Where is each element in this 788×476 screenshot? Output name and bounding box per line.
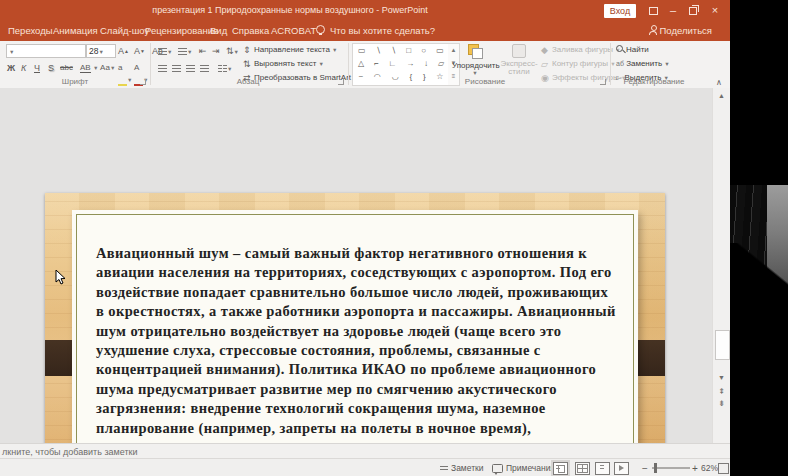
minimize-icon[interactable]: –: [664, 0, 682, 21]
bold-icon[interactable]: Ж: [7, 62, 15, 74]
font-name-combo[interactable]: ▼: [6, 44, 86, 58]
shape-outline-icon[interactable]: ▱: [541, 58, 548, 70]
shrink-font-icon[interactable]: А▼: [134, 45, 145, 57]
next-slide-icon[interactable]: ⇟: [713, 398, 730, 410]
reading-view-button[interactable]: [595, 462, 610, 475]
shapes-row-1: ▭∖∖□○▭: [353, 44, 449, 57]
drawing-dialog-launcher-icon[interactable]: [600, 79, 606, 85]
angle-shape-icon: ∟: [388, 59, 396, 68]
notes-icon: [440, 466, 448, 472]
shape-effects-icon[interactable]: ◉: [541, 72, 549, 84]
fit-to-window-icon[interactable]: [718, 463, 729, 474]
highlight-color-icon[interactable]: а▼: [118, 62, 132, 86]
slide-right-brown-block: [638, 340, 665, 376]
scrollbar-thumb[interactable]: [715, 330, 730, 360]
align-text-button[interactable]: Выровнять текст ▼: [254, 59, 324, 68]
align-center-icon[interactable]: [172, 62, 181, 74]
justify-icon[interactable]: [200, 62, 209, 74]
quick-styles-icon: [512, 44, 526, 58]
numbering-icon[interactable]: ▼: [178, 45, 192, 58]
share-button[interactable]: Поделиться: [649, 21, 712, 41]
ribbon-display-options-icon[interactable]: [644, 0, 662, 21]
line-spacing-icon[interactable]: ⇅▼: [226, 45, 239, 58]
tab-animations[interactable]: Анимация: [53, 21, 98, 41]
close-icon[interactable]: ×: [706, 0, 724, 21]
text-shadow-icon[interactable]: S: [48, 62, 54, 74]
shapes-gallery[interactable]: ▭∖∖□○▭ △⌐∟→↓▱ ~◠◡{}☆: [352, 43, 450, 86]
tab-review[interactable]: Рецензирование: [145, 21, 218, 41]
powerpoint-window: презентация 1 Природоохранные нормы возд…: [0, 0, 730, 476]
previous-slide-icon[interactable]: ⇞: [713, 386, 730, 398]
zoom-slider[interactable]: [652, 467, 690, 469]
brace-right-icon: }: [423, 72, 426, 81]
underline-icon[interactable]: Ч: [34, 62, 40, 74]
font-size-combo[interactable]: 28▼: [86, 44, 116, 58]
zoom-slider-thumb[interactable]: [654, 463, 657, 473]
shape-fill-icon[interactable]: ◆: [541, 44, 548, 56]
slide-workspace: Авиационный шум – самый важный фактор не…: [0, 88, 730, 443]
strikethrough-icon[interactable]: abc: [60, 62, 73, 74]
tab-slideshow[interactable]: Слайд-шоу: [100, 21, 149, 41]
rounded-rect-shape-icon: ▭: [436, 46, 444, 55]
slide-text-box[interactable]: Авиационный шум – самый важный фактор не…: [72, 210, 638, 476]
star-shape-icon: ☆: [436, 72, 443, 81]
tab-acrobat[interactable]: ACROBAT: [271, 21, 316, 41]
elbow-connector-icon: ⌐: [374, 59, 379, 68]
font-dialog-launcher-icon[interactable]: [140, 79, 146, 85]
sign-in-button[interactable]: Вход: [604, 4, 636, 18]
person-icon: [649, 25, 657, 34]
window-title: презентация 1 Природоохранные нормы возд…: [90, 5, 490, 15]
shape-outline-button[interactable]: Контур фигуры ▼: [552, 59, 616, 68]
replace-button[interactable]: аб Заменить ▼: [616, 59, 670, 68]
zoom-level[interactable]: 62%: [701, 463, 718, 473]
down-arrow-shape-icon: ↓: [424, 59, 428, 68]
arrow-line-shape-icon: ∖: [391, 46, 396, 55]
text-direction-button[interactable]: Направление текста ▼: [254, 45, 338, 54]
tab-help[interactable]: Справка: [232, 21, 269, 41]
tab-view[interactable]: Вид: [210, 21, 227, 41]
align-text-icon[interactable]: ⇅: [243, 58, 251, 70]
normal-view-button[interactable]: [553, 462, 568, 475]
align-right-icon[interactable]: [186, 62, 195, 74]
slideshow-view-button[interactable]: [614, 462, 629, 475]
arrange-button[interactable]: Упорядочить ▼: [452, 44, 498, 76]
magnifier-icon: [616, 45, 623, 52]
text-direction-icon[interactable]: ⇕: [243, 44, 251, 56]
notes-pane[interactable]: лкните, чтобы добавить заметки: [0, 443, 730, 459]
bullets-icon[interactable]: ▼: [158, 45, 172, 58]
arc2-shape-icon: ◡: [392, 72, 399, 81]
curve-shape-icon: ~: [358, 72, 363, 81]
change-case-icon[interactable]: Аа▼: [100, 62, 115, 74]
screen-black-column: [730, 0, 788, 476]
columns-icon[interactable]: ▼: [218, 62, 232, 75]
webcam-silhouette: [730, 243, 788, 290]
slide-canvas[interactable]: Авиационный шум – самый важный фактор не…: [45, 193, 665, 476]
ribbon: ▼ 28▼ А▲ А▼ Ав Ж К Ч S abc АВ ▼ Аа▼ а▼ А…: [0, 41, 730, 89]
notes-toggle-button[interactable]: Заметки: [440, 463, 484, 473]
notes-placeholder: лкните, чтобы добавить заметки: [2, 447, 138, 457]
zoom-in-icon[interactable]: +: [692, 463, 698, 474]
quick-styles-button[interactable]: Экспресс-стили: [500, 44, 538, 76]
scroll-down-icon[interactable]: ▼: [713, 372, 730, 384]
increase-indent-icon[interactable]: ⇥: [212, 45, 220, 57]
character-spacing-icon[interactable]: АВ ▼: [80, 62, 98, 74]
lightbulb-icon: [316, 21, 325, 41]
speech-bubble-icon: [492, 464, 503, 473]
grow-font-icon[interactable]: А▲: [118, 45, 129, 57]
scroll-up-icon[interactable]: ▲: [713, 90, 730, 102]
vertical-scrollbar[interactable]: ▲ ▼ ⇞ ⇟: [712, 88, 730, 443]
editing-group-label: Редактирование: [614, 77, 694, 86]
tab-transitions[interactable]: Переходы: [8, 21, 53, 41]
align-left-icon[interactable]: [158, 62, 167, 74]
decrease-indent-icon[interactable]: ⇤: [199, 45, 207, 57]
slide-sorter-view-button[interactable]: [575, 462, 590, 475]
line-shape-icon: ∖: [376, 46, 381, 55]
zoom-out-icon[interactable]: −: [642, 463, 648, 474]
italic-icon[interactable]: К: [21, 62, 26, 74]
textbox-shape-icon: ▭: [358, 46, 366, 55]
tell-me-box[interactable]: Что вы хотите сделать?: [330, 21, 435, 41]
paragraph-dialog-launcher-icon[interactable]: [338, 79, 344, 85]
restore-icon[interactable]: [684, 0, 702, 21]
comments-toggle-button[interactable]: Примечания: [492, 463, 555, 473]
find-button[interactable]: Найти: [616, 45, 649, 54]
